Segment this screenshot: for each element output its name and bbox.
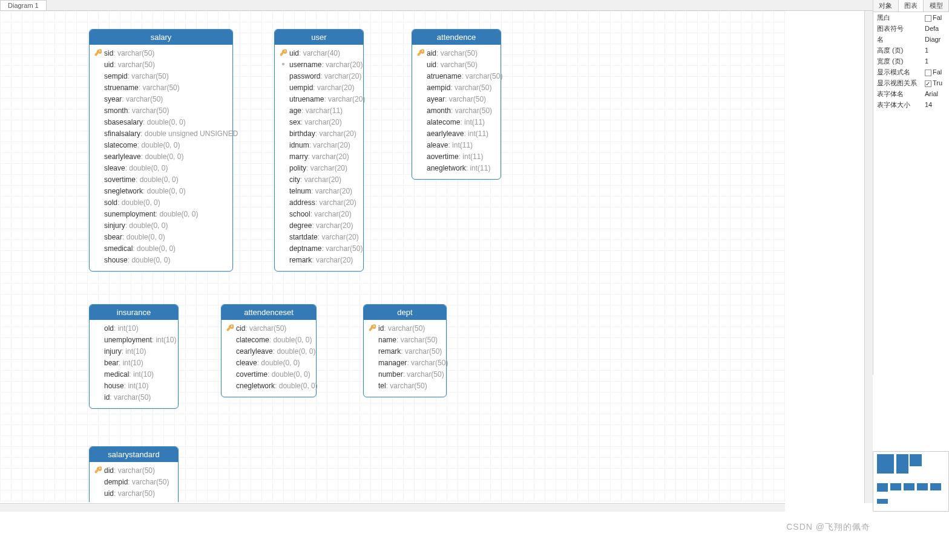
table-field[interactable]: sex: varchar(20) xyxy=(280,117,358,128)
table-field[interactable]: amonth: varchar(50) xyxy=(417,105,496,117)
table-field[interactable]: old: int(10) xyxy=(94,323,173,334)
table-field[interactable]: uid: varchar(40) xyxy=(280,48,358,59)
table-field[interactable]: dempid: varchar(50) xyxy=(94,477,173,488)
table-field[interactable]: covertime: double(0, 0) xyxy=(226,369,311,380)
table-field[interactable]: alatecome: int(11) xyxy=(417,117,496,128)
diagram-tab[interactable]: Diagram 1 xyxy=(0,0,47,10)
table-field[interactable]: aovertime: int(11) xyxy=(417,151,496,163)
table-field[interactable]: uid: varchar(50) xyxy=(94,59,228,71)
table-field[interactable]: address: varchar(20) xyxy=(280,197,358,209)
table-field[interactable]: searlyleave: double(0, 0) xyxy=(94,151,228,163)
table-field[interactable]: number: varchar(50) xyxy=(369,369,441,380)
table-field[interactable]: syear: varchar(50) xyxy=(94,94,228,105)
prop-tab-0[interactable]: 对象 xyxy=(873,0,899,11)
table-field[interactable]: aid: varchar(50) xyxy=(417,48,496,59)
table-field[interactable]: sbasesalary: double(0, 0) xyxy=(94,117,228,128)
table-field[interactable]: utruename: varchar(20) xyxy=(280,94,358,105)
table-field[interactable]: degree: varchar(20) xyxy=(280,220,358,232)
table-field[interactable]: did: varchar(50) xyxy=(94,465,173,477)
table-field[interactable]: dtruename: varchar(50) xyxy=(94,500,173,502)
checkbox-icon[interactable] xyxy=(925,70,931,76)
prop-tab-2[interactable]: 模型 xyxy=(924,0,949,11)
table-field[interactable]: idnum: varchar(20) xyxy=(280,140,358,151)
prop-row[interactable]: 显示视图关系Tru xyxy=(873,77,949,88)
table-field[interactable]: age: varchar(11) xyxy=(280,105,358,117)
table-header[interactable]: salarystandard xyxy=(90,447,178,462)
table-field[interactable]: name: varchar(50) xyxy=(369,334,441,346)
table-field[interactable]: sempid: varchar(50) xyxy=(94,71,228,82)
table-field[interactable]: sinjury: double(0, 0) xyxy=(94,220,228,232)
table-field[interactable]: telnum: varchar(20) xyxy=(280,186,358,197)
table-field[interactable]: injury: int(10) xyxy=(94,346,173,357)
table-dept[interactable]: deptid: varchar(50)name: varchar(50)rema… xyxy=(363,304,447,397)
table-insurance[interactable]: insuranceold: int(10)unemployment: int(1… xyxy=(89,304,179,409)
table-field[interactable]: marry: varchar(20) xyxy=(280,151,358,163)
table-user[interactable]: useruid: varchar(40)username: varchar(20… xyxy=(274,29,364,272)
table-field[interactable]: cnegletwork: double(0, 0) xyxy=(226,380,311,392)
table-field[interactable]: startdate: varchar(20) xyxy=(280,232,358,243)
table-header[interactable]: attendenceset xyxy=(222,305,316,320)
table-field[interactable]: uempid: varchar(20) xyxy=(280,82,358,94)
table-salary[interactable]: salarysid: varchar(50)uid: varchar(50)se… xyxy=(89,29,233,272)
table-field[interactable]: slatecome: double(0, 0) xyxy=(94,140,228,151)
table-field[interactable]: clatecome: double(0, 0) xyxy=(226,334,311,346)
prop-row[interactable]: 图表符号Defa xyxy=(873,23,949,34)
prop-row[interactable]: 名Diagr xyxy=(873,34,949,45)
table-field[interactable]: id: varchar(50) xyxy=(369,323,441,334)
table-attendence[interactable]: attendenceaid: varchar(50)uid: varchar(5… xyxy=(412,29,501,180)
table-field[interactable]: aearlyleave: int(11) xyxy=(417,128,496,140)
table-field[interactable]: aleave: int(11) xyxy=(417,140,496,151)
table-field[interactable]: uid: varchar(50) xyxy=(417,59,496,71)
table-field[interactable]: atruename: varchar(50) xyxy=(417,71,496,82)
table-field[interactable]: remark: varchar(50) xyxy=(369,346,441,357)
table-field[interactable]: id: varchar(50) xyxy=(94,392,173,403)
prop-row[interactable]: 高度 (页)1 xyxy=(873,45,949,56)
table-field[interactable]: birthday: varchar(20) xyxy=(280,128,358,140)
table-field[interactable]: deptname: varchar(50) xyxy=(280,243,358,255)
table-field[interactable]: password: varchar(20) xyxy=(280,71,358,82)
table-field[interactable]: house: int(10) xyxy=(94,380,173,392)
table-field[interactable]: sold: double(0, 0) xyxy=(94,197,228,209)
table-field[interactable]: smonth: varchar(50) xyxy=(94,105,228,117)
table-header[interactable]: salary xyxy=(90,30,232,45)
minimap[interactable] xyxy=(873,451,949,512)
checkbox-icon[interactable] xyxy=(925,15,931,22)
table-field[interactable]: struename: varchar(50) xyxy=(94,82,228,94)
table-field[interactable]: cearlyleave: double(0, 0) xyxy=(226,346,311,357)
table-field[interactable]: uid: varchar(50) xyxy=(94,488,173,500)
table-field[interactable]: sfinalsalary: double unsigned UNSIGNED xyxy=(94,128,228,140)
table-field[interactable]: sleave: double(0, 0) xyxy=(94,163,228,174)
table-salarystandard[interactable]: salarystandarddid: varchar(50)dempid: va… xyxy=(89,446,179,502)
table-field[interactable]: manager: varchar(50) xyxy=(369,357,441,369)
table-field[interactable]: school: varchar(20) xyxy=(280,209,358,220)
table-field[interactable]: cid: varchar(50) xyxy=(226,323,311,334)
table-field[interactable]: unemployment: int(10) xyxy=(94,334,173,346)
table-field[interactable]: smedical: double(0, 0) xyxy=(94,243,228,255)
table-field[interactable]: city: varchar(20) xyxy=(280,174,358,186)
table-header[interactable]: insurance xyxy=(90,305,178,320)
table-field[interactable]: medical: int(10) xyxy=(94,369,173,380)
table-field[interactable]: snegletwork: double(0, 0) xyxy=(94,186,228,197)
prop-row[interactable]: 显示模式名Fal xyxy=(873,67,949,77)
prop-row[interactable]: 表字体大小14 xyxy=(873,99,949,110)
vertical-scrollbar[interactable] xyxy=(864,11,873,503)
checkbox-icon[interactable] xyxy=(925,80,931,87)
table-field[interactable]: bear: int(10) xyxy=(94,357,173,369)
table-field[interactable]: sovertime: double(0, 0) xyxy=(94,174,228,186)
prop-row[interactable]: 表字体名Arial xyxy=(873,88,949,99)
table-field[interactable]: sbear: double(0, 0) xyxy=(94,232,228,243)
prop-tab-1[interactable]: 图表 xyxy=(899,0,924,11)
table-field[interactable]: shouse: double(0, 0) xyxy=(94,255,228,266)
table-field[interactable]: tel: varchar(50) xyxy=(369,380,441,392)
diagram-canvas[interactable]: salarysid: varchar(50)uid: varchar(50)se… xyxy=(0,11,785,502)
table-field[interactable]: ayear: varchar(50) xyxy=(417,94,496,105)
table-field[interactable]: remark: varchar(20) xyxy=(280,255,358,266)
table-attendenceset[interactable]: attendencesetcid: varchar(50)clatecome: … xyxy=(221,304,317,397)
table-field[interactable]: sunemployment: double(0, 0) xyxy=(94,209,228,220)
table-field[interactable]: cleave: double(0, 0) xyxy=(226,357,311,369)
table-field[interactable]: anegletwork: int(11) xyxy=(417,163,496,174)
table-field[interactable]: username: varchar(20) xyxy=(280,59,358,71)
table-header[interactable]: attendence xyxy=(412,30,501,45)
prop-row[interactable]: 宽度 (页)1 xyxy=(873,56,949,67)
table-field[interactable]: aempid: varchar(50) xyxy=(417,82,496,94)
